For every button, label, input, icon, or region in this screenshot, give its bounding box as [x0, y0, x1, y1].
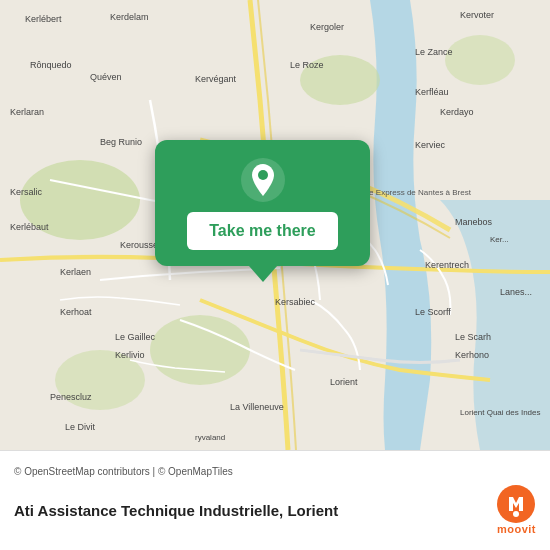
svg-text:Le Scorff: Le Scorff	[415, 307, 451, 317]
take-me-there-button[interactable]: Take me there	[187, 212, 337, 250]
svg-text:Kerentrech: Kerentrech	[425, 260, 469, 270]
svg-text:Le Roze: Le Roze	[290, 60, 324, 70]
svg-text:Manebos: Manebos	[455, 217, 493, 227]
svg-text:Kergoler: Kergoler	[310, 22, 344, 32]
svg-text:Kerlébert: Kerlébert	[25, 14, 62, 24]
svg-text:Lorient Quai des Indes: Lorient Quai des Indes	[460, 408, 541, 417]
svg-text:La Villeneuve: La Villeneuve	[230, 402, 284, 412]
svg-text:Kerousse: Kerousse	[120, 240, 158, 250]
svg-text:Kersalic: Kersalic	[10, 187, 43, 197]
svg-point-2	[150, 315, 250, 385]
svg-text:Kerhono: Kerhono	[455, 350, 489, 360]
moovit-logo[interactable]: moovit	[497, 485, 536, 535]
moovit-icon	[497, 485, 535, 523]
svg-text:Kerviec: Kerviec	[415, 140, 446, 150]
map-attribution: © OpenStreetMap contributors | © OpenMap…	[14, 466, 536, 477]
svg-text:Kerlaen: Kerlaen	[60, 267, 91, 277]
svg-point-44	[258, 170, 268, 180]
svg-text:Le Zance: Le Zance	[415, 47, 453, 57]
svg-text:Kerlébaut: Kerlébaut	[10, 222, 49, 232]
svg-point-46	[513, 511, 519, 517]
svg-text:Kerhoat: Kerhoat	[60, 307, 92, 317]
location-name: Ati Assistance Technique Industrielle, L…	[14, 502, 487, 519]
bottom-content: Ati Assistance Technique Industrielle, L…	[14, 485, 536, 535]
svg-text:Lanes...: Lanes...	[500, 287, 532, 297]
svg-text:ryvaland: ryvaland	[195, 433, 225, 442]
svg-text:Kervégant: Kervégant	[195, 74, 237, 84]
svg-text:Kervoter: Kervoter	[460, 10, 494, 20]
svg-text:Ker...: Ker...	[490, 235, 509, 244]
svg-text:Kersabiec: Kersabiec	[275, 297, 316, 307]
svg-text:Penescluz: Penescluz	[50, 392, 92, 402]
moovit-label: moovit	[497, 523, 536, 535]
svg-text:Rônquedo: Rônquedo	[30, 60, 72, 70]
svg-text:Kerlaran: Kerlaran	[10, 107, 44, 117]
svg-text:Le Divit: Le Divit	[65, 422, 96, 432]
svg-text:Kerdayo: Kerdayo	[440, 107, 474, 117]
svg-text:Lorient: Lorient	[330, 377, 358, 387]
svg-text:Beg Runio: Beg Runio	[100, 137, 142, 147]
bottom-bar: © OpenStreetMap contributors | © OpenMap…	[0, 450, 550, 550]
svg-text:Kerfléau: Kerfléau	[415, 87, 449, 97]
svg-text:Kerdelam: Kerdelam	[110, 12, 149, 22]
location-pin-icon	[241, 158, 285, 202]
svg-text:Le Scarh: Le Scarh	[455, 332, 491, 342]
svg-text:Le Gaillec: Le Gaillec	[115, 332, 156, 342]
svg-text:Kerlivio: Kerlivio	[115, 350, 145, 360]
svg-text:Voie Express de Nantes à Brest: Voie Express de Nantes à Brest	[358, 188, 472, 197]
svg-point-5	[445, 35, 515, 85]
map-popup: Take me there	[155, 140, 370, 266]
svg-text:Quéven: Quéven	[90, 72, 122, 82]
map-container: Kerlébert Kerdelam Kergoler Kervoter Rôn…	[0, 0, 550, 450]
